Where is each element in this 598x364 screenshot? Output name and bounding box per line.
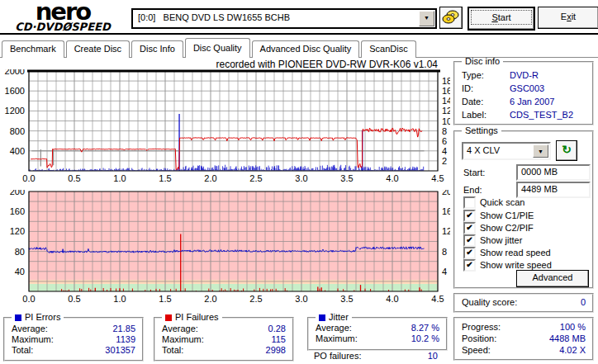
pif-maximum-label: Maximum:	[162, 334, 204, 344]
chart-title: recorded with PIONEER DVD-RW DVR-K06 v1.…	[0, 59, 438, 70]
pie-average-value: 21.85	[112, 324, 135, 333]
checkbox-show-write-speed[interactable]: ✔Show write speed	[455, 259, 587, 271]
checkbox-box[interactable]: ✔	[463, 210, 476, 222]
disc-label-value: CDS_TEST_B2	[510, 110, 573, 120]
svg-text:3.5: 3.5	[340, 173, 353, 183]
pif-maximum-value: 115	[271, 334, 286, 344]
pie-and-speed-chart: 200016001200800400181614121086420.00.51.…	[0, 69, 450, 184]
settings-group: Settings 4 X CLV ▼ ↻ Start: 0000 MB End:…	[453, 130, 594, 289]
position-value: 4488 MB	[549, 333, 586, 343]
quality-score-value: 0	[581, 297, 586, 307]
svg-text:0.5: 0.5	[68, 173, 80, 183]
tab-scandisc[interactable]: ScanDisc	[361, 40, 415, 58]
svg-text:16: 16	[442, 86, 450, 96]
pif-average-value: 0.28	[268, 324, 286, 333]
svg-text:3.0: 3.0	[295, 173, 307, 183]
nero-cd-dvd-speed-window: nero CD·DVDØSPEED [0:0] BENQ DVD LS DW16…	[0, 0, 598, 364]
toolbar-divider	[0, 33, 598, 35]
svg-text:4.0: 4.0	[386, 173, 398, 183]
svg-text:1.0: 1.0	[113, 294, 126, 304]
checkbox-show-read-speed[interactable]: ✔Show read speed	[455, 247, 587, 258]
tab-disc-info[interactable]: Disc Info	[131, 40, 183, 58]
svg-text:8: 8	[442, 126, 447, 136]
svg-text:120: 120	[10, 226, 25, 236]
pie-maximum-value: 1139	[116, 334, 135, 344]
svg-text:1200: 1200	[5, 106, 25, 116]
advanced-button[interactable]: Advanced	[516, 270, 589, 287]
svg-text:3.0: 3.0	[295, 294, 307, 304]
checkbox-box[interactable]: ✔	[463, 222, 476, 234]
pif-total-value: 2998	[266, 345, 286, 355]
svg-text:1.5: 1.5	[159, 173, 171, 183]
checkbox-quick-scan[interactable]: Quick scan	[455, 196, 587, 208]
progress-value: 100 %	[560, 322, 586, 332]
disc-select-button[interactable]	[439, 7, 463, 29]
start-button[interactable]: Start	[467, 7, 535, 31]
advanced-button-label: Advanced	[533, 272, 573, 282]
svg-text:4.5: 4.5	[431, 173, 444, 183]
svg-text:12: 12	[442, 106, 450, 116]
svg-text:1.5: 1.5	[159, 294, 171, 304]
chevron-down-icon[interactable]: ▼	[533, 144, 548, 158]
scan-end-value: 4489 MB	[521, 183, 558, 195]
progress-label: Progress:	[462, 322, 501, 332]
settings-title: Settings	[462, 125, 501, 136]
pi-failures-panel: PI Failures Average: 0.28 Maximum: 115 T…	[154, 317, 294, 362]
pie-total-value: 301357	[105, 345, 135, 355]
nero-logo-text: nero	[5, 2, 121, 22]
nero-logo: nero CD·DVDØSPEED	[5, 2, 121, 33]
drive-selector-combobox[interactable]: [0:0] BENQ DVD LS DW1655 BCHB ▼	[131, 8, 437, 29]
pi-errors-legend-marker	[15, 314, 21, 321]
tab-benchmark[interactable]: Benchmark	[2, 40, 64, 58]
scan-start-value: 0000 MB	[521, 166, 558, 177]
svg-text:12: 12	[442, 226, 450, 236]
disc-info-group: Disc info Type: DVD-R ID: GSC003 Date: 6…	[453, 61, 594, 125]
pif-average-label: Average:	[162, 324, 198, 333]
exit-button-label: Exit	[561, 12, 576, 21]
svg-text:4: 4	[442, 267, 447, 277]
checkbox-box[interactable]: ✔	[463, 247, 476, 259]
pi-failures-legend-marker	[165, 314, 172, 321]
svg-text:0.0: 0.0	[22, 173, 35, 183]
chevron-down-icon[interactable]: ▼	[419, 11, 434, 26]
svg-text:1.0: 1.0	[113, 173, 126, 183]
scan-start-field[interactable]: 0000 MB	[516, 164, 591, 181]
tab-advanced-disc-quality[interactable]: Advanced Disc Quality	[252, 40, 360, 58]
jitter-average-label: Average:	[316, 323, 352, 333]
position-label: Position:	[462, 333, 496, 343]
scan-end-field[interactable]: 4489 MB	[516, 182, 591, 198]
disc-date-label: Date:	[462, 97, 483, 106]
drive-selector-value: [0:0] BENQ DVD LS DW1655 BCHB	[138, 12, 417, 24]
disc-type-value: DVD-R	[510, 70, 539, 80]
svg-text:200: 200	[10, 190, 25, 196]
tab-create-disc[interactable]: Create Disc	[66, 40, 130, 58]
checkbox-show-c1-pie[interactable]: ✔Show C1/PIE	[455, 210, 587, 221]
jitter-maximum-value: 10.2 %	[411, 333, 439, 343]
refresh-button[interactable]: ↻	[556, 140, 577, 161]
checkbox-box[interactable]	[463, 196, 476, 209]
svg-text:1600: 1600	[5, 86, 25, 96]
tab-disc-quality[interactable]: Disc Quality	[185, 38, 250, 58]
pie-average-label: Average:	[12, 324, 48, 333]
svg-text:3.5: 3.5	[340, 294, 353, 304]
checkbox-box[interactable]: ✔	[463, 234, 476, 247]
pi-failures-title: PI Failures	[162, 312, 222, 323]
exit-button[interactable]: Exit	[538, 7, 598, 29]
speed-value: 4.02 X	[559, 345, 586, 355]
pif-and-jitter-chart: 2001601208040201612840.00.51.01.52.02.53…	[0, 190, 450, 305]
checkbox-show-jitter[interactable]: ✔Show jitter	[455, 234, 587, 246]
jitter-legend-marker	[319, 314, 325, 321]
scan-speed-select[interactable]: 4 X CLV ▼	[462, 142, 551, 160]
svg-text:0.0: 0.0	[22, 294, 35, 304]
start-button-label: Start	[491, 12, 510, 22]
svg-text:2000: 2000	[5, 69, 25, 76]
checkbox-show-c2-pif[interactable]: ✔Show C2/PIF	[455, 222, 587, 234]
checkbox-box[interactable]: ✔	[463, 259, 476, 272]
svg-text:800: 800	[10, 126, 25, 136]
disc-date-value: 6 Jan 2007	[510, 97, 554, 106]
jitter-panel: Jitter Average: 8.27 % Maximum: 10.2 %	[307, 317, 448, 351]
pi-errors-title: PI Errors	[12, 312, 64, 323]
jitter-title: Jitter	[316, 312, 352, 323]
svg-text:40: 40	[15, 267, 25, 277]
progress-panel: Progress: 100 % Position: 4488 MB Speed:…	[453, 317, 594, 361]
